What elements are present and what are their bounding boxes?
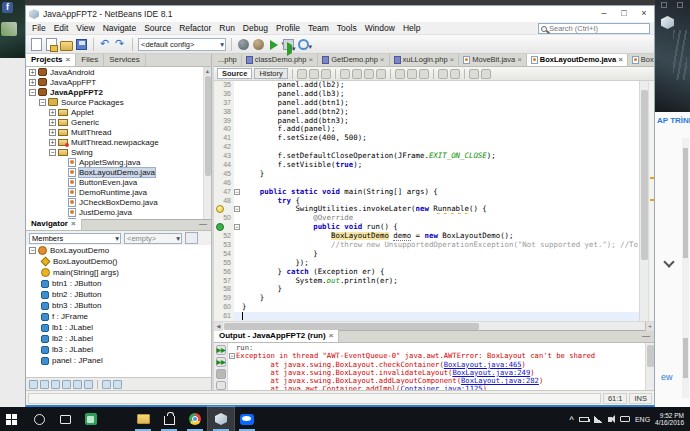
menu-file[interactable]: File xyxy=(28,22,50,35)
tab-projects[interactable]: Projects× xyxy=(26,54,76,66)
scroll-up-icon[interactable]: ▲ xyxy=(204,67,211,75)
chrome-taskbar-button[interactable] xyxy=(182,407,208,431)
tab-files[interactable]: Files xyxy=(76,54,104,66)
editor-split-button[interactable]: + xyxy=(645,322,654,331)
menu-navigate[interactable]: Navigate xyxy=(99,22,141,35)
open-project-icon[interactable] xyxy=(60,41,73,51)
close-icon[interactable]: × xyxy=(618,54,623,66)
code-line-38[interactable]: 38 panel.add(btn2); xyxy=(214,108,639,117)
title-bar[interactable]: JavaAppFPT2 - NetBeans IDE 8.1 – □ × xyxy=(26,6,654,22)
profile-project-icon[interactable] xyxy=(298,39,309,50)
code-line-56[interactable]: 56 } catch (Exception er) { xyxy=(214,268,639,277)
task-view-taskbar-button[interactable] xyxy=(52,407,78,431)
code-line-51[interactable]: − public void run() { xyxy=(214,223,639,232)
toggle-bookmark-icon[interactable] xyxy=(419,69,429,79)
projects-scrollbar[interactable]: ▲ xyxy=(203,67,211,219)
secondary-filter-select[interactable]: <empty> xyxy=(124,233,182,244)
menu-tools[interactable]: Tools xyxy=(333,22,361,35)
code-line-52[interactable]: 52 BoxLayoutDemo demo = new BoxLayoutDem… xyxy=(214,232,639,241)
close-icon[interactable]: × xyxy=(380,54,385,66)
editor-tab-movebit-java[interactable]: MoveBit.java× xyxy=(459,54,527,66)
tab-navigator[interactable]: Navigator × xyxy=(26,218,82,230)
navigator-minimize-icon[interactable]: — xyxy=(199,218,211,230)
inherited-members-icon[interactable] xyxy=(29,380,38,389)
find-selection-icon[interactable] xyxy=(340,69,350,79)
editor-tab-classdemo-php[interactable]: classDemo.php× xyxy=(242,54,318,66)
navigator-item-btn1-jbutton[interactable]: btn1 : JButton xyxy=(26,278,211,289)
navigator-item-f-jframe[interactable]: f : JFrame xyxy=(26,311,211,322)
code-editor[interactable]: 35 panel.add(lb2);36 panel.add(lb3);37 p… xyxy=(214,81,654,321)
tab-services[interactable]: Services xyxy=(104,54,146,66)
expand-icon[interactable]: + xyxy=(49,129,56,136)
tray-expand-icon[interactable]: ^ xyxy=(569,415,574,424)
cortana-taskbar-button[interactable] xyxy=(26,407,52,431)
navigator-item-lb3-jlabel[interactable]: lb3 : JLabel xyxy=(26,344,211,355)
output-scrollbar-thumb[interactable] xyxy=(647,345,654,367)
background-scrollbar[interactable] xyxy=(682,138,689,398)
sort-alpha-icon[interactable] xyxy=(73,380,82,389)
navigator-item-btn2-jbutton[interactable]: btn2 : JButton xyxy=(26,289,211,300)
close-icon[interactable]: × xyxy=(329,330,334,342)
output-console[interactable]: run:−Exception in thread "AWT-EventQueue… xyxy=(228,343,645,390)
expand-icon[interactable]: + xyxy=(49,119,56,126)
close-icon[interactable]: × xyxy=(517,54,522,66)
menu-help[interactable]: Help xyxy=(399,22,424,35)
network-icon[interactable] xyxy=(594,416,603,423)
menu-profile[interactable]: Profile xyxy=(272,22,304,35)
code-line-39[interactable]: 39 panel.add(btn3); xyxy=(214,117,639,126)
error-stripe[interactable] xyxy=(648,81,654,321)
maximize-button[interactable]: □ xyxy=(614,6,634,22)
tree-item-multthread[interactable]: +MultThread xyxy=(26,127,211,137)
horizontal-scrollbar-thumb[interactable] xyxy=(224,323,479,330)
editor-tab-boxlayoutdemo-java[interactable]: BoxLayoutDemo.java× xyxy=(527,54,628,66)
menu-source[interactable]: Source xyxy=(140,22,175,35)
expand-all-icon[interactable] xyxy=(113,380,122,389)
fold-collapse-icon[interactable]: − xyxy=(234,206,240,212)
output-scrollbar[interactable] xyxy=(645,343,654,390)
editor-tab-php[interactable]: ...php xyxy=(214,54,242,66)
members-filter-select[interactable]: Members xyxy=(29,233,121,244)
redo-icon[interactable] xyxy=(114,38,127,51)
code-line-61[interactable]: 61 xyxy=(214,312,639,321)
collapse-icon[interactable]: − xyxy=(39,99,46,106)
code-line-44[interactable]: 44 f.setVisible(true); xyxy=(214,161,639,170)
tree-item-multthread-newpackage[interactable]: +MultThread.newpackage xyxy=(26,137,211,147)
debug-project-icon[interactable] xyxy=(283,39,294,50)
new-project-icon[interactable] xyxy=(46,38,57,51)
volume-icon[interactable] xyxy=(608,417,612,422)
code-line-41[interactable]: 41 f.setSize(400, 500); xyxy=(214,134,639,143)
code-line-40[interactable]: 40 f.add(panel); xyxy=(214,125,639,134)
code-line-59[interactable]: 59 } xyxy=(214,294,639,303)
close-icon[interactable]: × xyxy=(450,54,455,66)
expand-icon[interactable]: + xyxy=(49,109,56,116)
editor-tab-boxlayoutexample1-java[interactable]: BoxLayoutExample1.java× xyxy=(628,54,654,66)
shift-line-right-icon[interactable] xyxy=(450,69,460,79)
background-scrollbar-thumb[interactable] xyxy=(683,148,688,258)
minimize-button[interactable]: – xyxy=(594,6,614,22)
navigator-item-main-string-args[interactable]: main(String[] args) xyxy=(26,267,211,278)
tree-item-applet[interactable]: +Applet xyxy=(26,107,211,117)
rerun-icon[interactable]: ▶▶ xyxy=(216,345,226,355)
non-public-members-icon[interactable] xyxy=(62,380,71,389)
tree-item-boxlayoutdemo-java[interactable]: BoxLayoutDemo.java xyxy=(26,167,211,177)
run-macro-icon[interactable] xyxy=(481,69,491,79)
search-input[interactable] xyxy=(549,24,649,33)
collapse-icon[interactable]: − xyxy=(29,89,36,96)
touch-keyboard-icon[interactable] xyxy=(620,416,630,422)
editor-horizontal-scrollbar[interactable]: ◀ + xyxy=(214,321,654,330)
expand-icon[interactable]: + xyxy=(29,79,36,86)
expand-icon[interactable]: + xyxy=(29,69,36,76)
tree-item-demoruntime-java[interactable]: DemoRuntime.java xyxy=(26,187,211,197)
forward-icon[interactable] xyxy=(321,69,331,79)
code-line-42[interactable]: 42 xyxy=(214,143,639,152)
view-history-button[interactable]: History xyxy=(254,68,287,79)
code-line-47[interactable]: 47− public static void main(String[] arg… xyxy=(214,188,639,197)
code-line-48[interactable]: 48 try { xyxy=(214,197,639,206)
code-line-55[interactable]: 55 }); xyxy=(214,259,639,268)
output-minimize-icon[interactable]: — xyxy=(642,330,654,342)
navigator-item-lb1-jlabel[interactable]: lb1 : JLabel xyxy=(26,322,211,333)
find-previous-icon[interactable] xyxy=(364,69,374,79)
navigator-item-boxlayoutdemo[interactable]: BoxLayoutDemo() xyxy=(26,256,211,267)
edge-taskbar-button[interactable] xyxy=(104,407,130,431)
menu-debug[interactable]: Debug xyxy=(239,22,272,35)
